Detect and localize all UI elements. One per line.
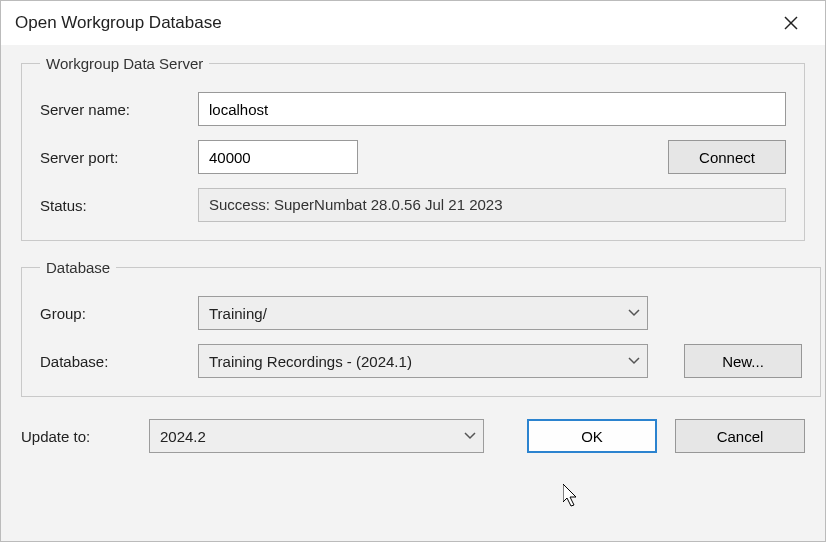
status-value: Success: SuperNumbat 28.0.56 Jul 21 2023 <box>198 188 786 222</box>
group-legend-server: Workgroup Data Server <box>40 55 209 72</box>
new-button[interactable]: New... <box>684 344 802 378</box>
row-status: Status: Success: SuperNumbat 28.0.56 Jul… <box>40 188 786 222</box>
dialog-content: Workgroup Data Server Server name: Serve… <box>1 45 825 541</box>
label-update-to: Update to: <box>21 428 131 445</box>
update-to-value: 2024.2 <box>150 428 457 445</box>
group-workgroup-data-server: Workgroup Data Server Server name: Serve… <box>21 55 805 241</box>
group-database: Database Group: Training/ Database: Trai… <box>21 259 821 397</box>
group-combo[interactable]: Training/ <box>198 296 648 330</box>
database-combo-value: Training Recordings - (2024.1) <box>199 353 621 370</box>
chevron-down-icon <box>621 357 647 365</box>
chevron-down-icon <box>457 432 483 440</box>
group-legend-database: Database <box>40 259 116 276</box>
window-title: Open Workgroup Database <box>15 13 222 33</box>
titlebar: Open Workgroup Database <box>1 1 825 45</box>
connect-button[interactable]: Connect <box>668 140 786 174</box>
footer-row: Update to: 2024.2 OK Cancel <box>21 415 805 453</box>
label-database: Database: <box>40 353 180 370</box>
label-server-port: Server port: <box>40 149 180 166</box>
row-group: Group: Training/ <box>40 296 802 330</box>
row-server-port: Server port: Connect <box>40 140 786 174</box>
chevron-down-icon <box>621 309 647 317</box>
label-server-name: Server name: <box>40 101 180 118</box>
dialog-open-workgroup-database: Open Workgroup Database Workgroup Data S… <box>0 0 826 542</box>
ok-button[interactable]: OK <box>527 419 657 453</box>
row-server-name: Server name: <box>40 92 786 126</box>
server-name-input[interactable] <box>198 92 786 126</box>
close-icon[interactable] <box>783 15 811 31</box>
server-port-input[interactable] <box>198 140 358 174</box>
update-to-combo[interactable]: 2024.2 <box>149 419 484 453</box>
row-database: Database: Training Recordings - (2024.1)… <box>40 344 802 378</box>
cancel-button[interactable]: Cancel <box>675 419 805 453</box>
label-group: Group: <box>40 305 180 322</box>
database-combo[interactable]: Training Recordings - (2024.1) <box>198 344 648 378</box>
group-combo-value: Training/ <box>199 305 621 322</box>
label-status: Status: <box>40 197 180 214</box>
